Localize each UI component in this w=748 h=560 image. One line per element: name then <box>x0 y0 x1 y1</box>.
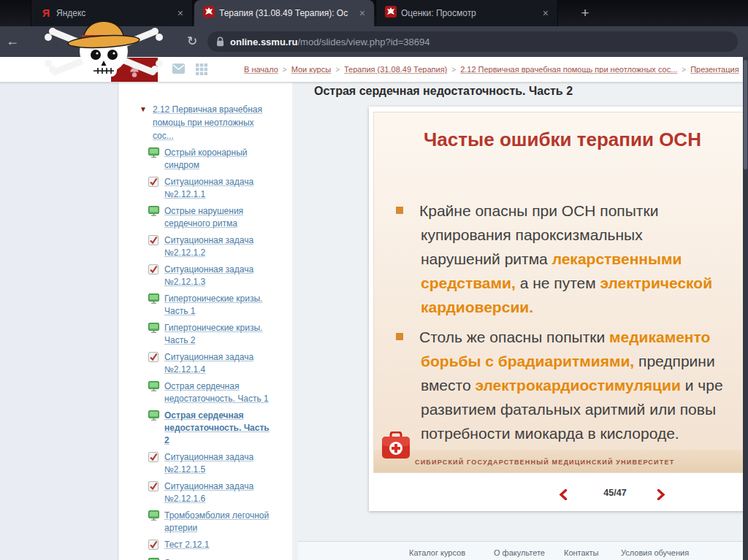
new-tab-button[interactable]: + <box>576 4 595 22</box>
prev-slide-button[interactable] <box>559 489 568 500</box>
tab-title: Яндекс <box>56 8 170 18</box>
task-icon <box>148 481 160 505</box>
sidebar-item-label[interactable]: Гипертонические кризы. Часть 2 <box>164 322 274 347</box>
tab-close-icon[interactable]: × <box>175 7 186 20</box>
slide-text-line: купирования пароксизмальных <box>396 223 748 247</box>
tab-close-icon[interactable]: × <box>356 7 368 20</box>
sidebar-item[interactable]: Гипертонические кризы. Часть 2 <box>148 322 285 347</box>
slide-text-line: средствами, а не путем электрической <box>396 271 748 295</box>
slide-text-segment: потребности миокарда в кислороде. <box>421 425 679 442</box>
slide-text-segment: купирования пароксизмальных <box>421 226 643 243</box>
slide-text-segment: развитием фатальных аритмий или повы <box>421 401 716 418</box>
sidebar-item-label[interactable]: Острый коронарный синдром <box>164 147 274 172</box>
sidebar-item[interactable]: Острая сердечная недостаточность. Часть … <box>148 380 285 405</box>
footer-link[interactable]: Каталог курсов <box>409 548 465 557</box>
slide-text-segment: Крайне опасны при ОСН попытки <box>419 202 658 219</box>
slide-text-segment: лекарственными <box>552 250 682 267</box>
sidebar-item[interactable]: Острые нарушения сердечного ритма <box>148 205 285 230</box>
slide-text-segment: электрической <box>600 275 712 291</box>
slide-text-segment: вместо <box>421 377 475 394</box>
slide-text-line: Крайне опасны при ОСН попытки <box>396 199 748 223</box>
slide-text-segment: и чре <box>681 377 723 394</box>
slide-text-segment: средствами, <box>421 275 516 291</box>
presentation-icon <box>148 381 160 405</box>
footer-link[interactable]: Условия обучения <box>621 548 689 557</box>
presentation-icon <box>148 294 160 318</box>
next-slide-button[interactable] <box>657 489 665 500</box>
sidebar-item-label[interactable]: Ситуационная задача №2.12.1.4 <box>164 351 274 376</box>
breadcrumb-link[interactable]: В начало <box>244 65 278 74</box>
sidebar-item[interactable]: Тромбоэмболия легочной артерии <box>148 510 285 534</box>
footer-link[interactable]: Контакты <box>564 548 599 557</box>
url-path: /mod/slides/view.php?id=38694 <box>297 37 430 47</box>
university-name: СИБИРСКИЙ ГОСУДАРСТВЕННЫЙ МЕДИЦИНСКИЙ УН… <box>415 459 674 466</box>
sidebar-item[interactable]: Ситуационная задача №2.12.1.1 <box>148 176 285 201</box>
breadcrumb-link[interactable]: Терапия (31.08.49 Терапия) <box>344 65 447 74</box>
breadcrumb-separator-icon: > <box>451 66 456 74</box>
sidebar-section-link[interactable]: 2.12 Первичная врачебная помощь при неот… <box>153 103 264 142</box>
sidebar-item-label[interactable]: Тромбоэмболия легочной артерии <box>164 510 274 534</box>
breadcrumb-separator-icon: > <box>335 66 340 74</box>
sidebar-item[interactable]: Острый коронарный синдром <box>148 147 285 172</box>
sidebar-item[interactable]: Ситуационная задача №2.12.1.6 <box>148 480 285 505</box>
reload-button[interactable]: ↻ <box>187 34 197 49</box>
sidebar-item[interactable]: Ситуационная задача №2.12.1.4 <box>148 351 285 376</box>
sidebar-item[interactable]: Экстренная помощь больным бронхиальной а… <box>148 557 285 560</box>
sidebar-item-label[interactable]: Ситуационная задача №2.12.1.5 <box>164 451 274 476</box>
sidebar-item[interactable]: Острая сердечная недостаточность. Часть … <box>148 410 285 447</box>
slide-viewer: Частые ошибки терапии ОСН Крайне опасны … <box>373 112 748 473</box>
sidebar-item-label[interactable]: Ситуационная задача №2.12.1.6 <box>164 480 274 505</box>
scrollbar[interactable] <box>743 57 748 560</box>
sidebar-item-label[interactable]: Острая сердечная недостаточность. Часть … <box>164 410 274 447</box>
sidebar-item[interactable]: Гипертонические кризы. Часть 1 <box>148 293 285 318</box>
breadcrumb-separator-icon: > <box>283 66 287 74</box>
breadcrumb: В начало>Мои курсы>Терапия (31.08.49 Тер… <box>244 57 739 83</box>
task-icon <box>148 177 160 201</box>
back-button[interactable]: ← <box>6 34 19 49</box>
page-title: Острая сердечная недостаточность. Часть … <box>314 85 573 98</box>
slide-bullets: Крайне опасны при ОСН попыткикупирования… <box>396 199 748 451</box>
url-text: online.ssmu.ru/mod/slides/view.php?id=38… <box>230 37 430 47</box>
sidebar-item[interactable]: Ситуационная задача №2.12.1.2 <box>148 234 285 259</box>
course-sidebar: ▼ 2.12 Первичная врачебная помощь при не… <box>119 83 292 560</box>
tab-favicon-icon <box>385 6 397 20</box>
breadcrumb-link[interactable]: 2.12 Первичная врачебная помощь при неот… <box>460 65 677 74</box>
address-bar[interactable]: online.ssmu.ru/mod/slides/view.php?id=38… <box>207 31 738 52</box>
footer-link[interactable]: О факультете <box>494 548 545 557</box>
tab-3[interactable]: Оценки: Просмотр× <box>375 0 558 26</box>
screen: { "browser": { "tabs": [ {"title": "Янде… <box>0 0 748 560</box>
sidebar-item-label[interactable]: Экстренная помощь больным бронхиальной а… <box>164 557 274 560</box>
task-icon <box>148 235 160 259</box>
section-collapse-icon[interactable]: ▼ <box>140 105 147 142</box>
sidebar-item-label[interactable]: Тест 2.12.1 <box>164 539 274 553</box>
sidebar-item-label[interactable]: Ситуационная задача №2.12.1.1 <box>164 176 274 201</box>
sidebar-item[interactable]: Ситуационная задача №2.12.1.3 <box>148 264 285 288</box>
tab-close-icon[interactable]: × <box>540 7 552 20</box>
breadcrumb-link[interactable]: Презентация <box>690 65 739 74</box>
breadcrumb-link[interactable]: Мои курсы <box>291 65 331 74</box>
slide-text-segment: нарушений ритма <box>421 250 552 267</box>
slide-title: Частые ошибки терапии ОСН <box>374 129 748 151</box>
sidebar-item-label[interactable]: Ситуационная задача №2.12.1.2 <box>164 234 274 259</box>
slide-text-line: нарушений ритма лекарственными <box>396 247 748 271</box>
left-rail <box>0 83 118 560</box>
jolly-roger-overlay-icon <box>34 18 173 83</box>
slide-text-segment: предприни <box>634 353 714 369</box>
tab-2[interactable]: Терапия (31.08.49 Терапия): Ос× <box>194 0 374 26</box>
sidebar-item-label[interactable]: Острые нарушения сердечного ритма <box>164 205 274 230</box>
sidebar-item-label[interactable]: Ситуационная задача №2.12.1.3 <box>164 264 274 288</box>
slide-text-line: вместо электрокардиостимуляции и чре <box>396 373 748 397</box>
url-host: online.ssmu.ru <box>230 37 297 47</box>
presentation-icon <box>148 410 160 447</box>
slide-text-line: развитием фатальных аритмий или повы <box>396 397 748 421</box>
sidebar-item-label[interactable]: Острая сердечная недостаточность. Часть … <box>164 380 274 405</box>
grid-icon[interactable] <box>196 64 207 75</box>
mail-icon[interactable] <box>172 64 185 74</box>
sidebar-item[interactable]: Ситуационная задача №2.12.1.5 <box>148 451 285 476</box>
sidebar-item[interactable]: Тест 2.12.1 <box>148 539 285 553</box>
slide-bullet: Столь же опасны попытки медикаментоборьб… <box>396 325 748 445</box>
scrollbar-thumb[interactable] <box>744 60 747 169</box>
sidebar-item-label[interactable]: Гипертонические кризы. Часть 1 <box>164 293 274 318</box>
slide-text-segment: кардиоверсии. <box>421 299 533 315</box>
slide-text-line: потребности миокарда в кислороде. <box>396 421 748 445</box>
